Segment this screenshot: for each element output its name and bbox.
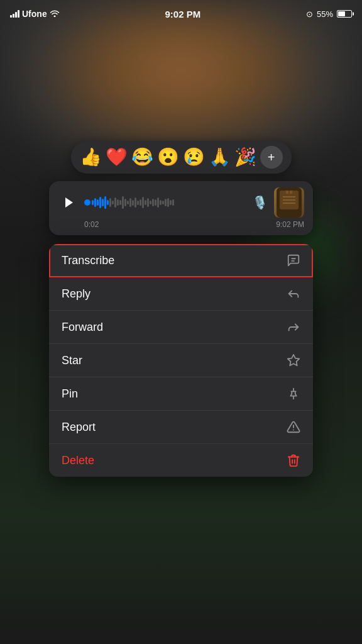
svg-marker-9 <box>288 355 299 365</box>
voice-message-bubble: 🎙️ 0:02 9:02 PM <box>49 181 313 235</box>
chat-bubble-icon <box>287 253 300 267</box>
waveform-dot <box>84 199 90 206</box>
menu-item-delete[interactable]: Delete <box>49 444 313 477</box>
w-bar <box>145 200 146 205</box>
signal-bar-4 <box>18 10 19 18</box>
emoji-heart[interactable]: ❤️ <box>106 148 128 166</box>
emoji-cry[interactable]: 😢 <box>183 148 205 166</box>
w-bar <box>114 197 116 208</box>
menu-item-report-label: Report <box>62 421 96 434</box>
w-bar <box>147 198 149 207</box>
carrier-name: Ufone <box>22 9 47 19</box>
w-bar <box>137 201 139 205</box>
status-right: ⊙ 55% <box>306 9 352 19</box>
emoji-wow[interactable]: 😮 <box>157 148 179 166</box>
signal-bar-1 <box>10 15 12 18</box>
voice-row: 🎙️ <box>58 187 304 218</box>
w-bar <box>170 200 172 205</box>
signal-bar-3 <box>15 12 17 18</box>
menu-item-reply[interactable]: Reply <box>49 277 313 311</box>
w-bar <box>140 199 141 206</box>
status-left: Ufone <box>10 9 60 19</box>
w-bar <box>107 200 109 205</box>
voice-timestamp: 9:02 PM <box>276 220 304 229</box>
w-bar <box>150 201 151 204</box>
context-menu: Transcribe Reply Forward Star <box>49 244 313 477</box>
battery-percent: 55% <box>317 9 333 19</box>
emoji-more-button[interactable]: + <box>260 146 283 169</box>
w-bar <box>167 198 169 207</box>
forward-icon <box>287 320 300 334</box>
voice-meta: 0:02 9:02 PM <box>58 220 304 229</box>
w-bar <box>152 199 154 206</box>
w-bar <box>117 199 119 206</box>
w-bar <box>122 196 124 209</box>
play-button[interactable] <box>58 192 78 213</box>
w-bar <box>119 200 121 205</box>
w-bar <box>127 201 129 204</box>
w-bar <box>132 200 134 206</box>
play-triangle-icon <box>65 197 73 208</box>
signal-bars <box>10 10 19 18</box>
w-bar <box>112 201 114 204</box>
battery-icon <box>337 10 352 18</box>
w-bar <box>129 198 131 207</box>
menu-item-pin[interactable]: Pin <box>49 377 313 411</box>
menu-item-reply-label: Reply <box>62 287 90 301</box>
w-bar <box>172 199 174 206</box>
w-bar <box>157 197 159 208</box>
signal-bar-2 <box>13 14 14 18</box>
emoji-party[interactable]: 🎉 <box>234 148 256 166</box>
menu-item-forward[interactable]: Forward <box>49 311 313 344</box>
w-bar <box>142 197 144 208</box>
menu-item-star-label: Star <box>62 354 82 367</box>
w-bar <box>134 197 136 208</box>
emoji-thumbsup[interactable]: 👍 <box>80 148 102 166</box>
menu-item-pin-label: Pin <box>62 387 78 401</box>
menu-item-report[interactable]: Report <box>49 411 313 444</box>
w-bar <box>97 199 99 206</box>
w-bar <box>160 200 162 205</box>
voice-duration: 0:02 <box>84 220 99 229</box>
waveform-container: 🎙️ <box>84 194 268 211</box>
mic-icon: 🎙️ <box>252 195 268 210</box>
pin-icon <box>287 387 300 401</box>
emoji-reaction-bar[interactable]: 👍 ❤️ 😂 😮 😢 🙏 🎉 + <box>71 141 292 174</box>
battery-container <box>337 10 352 18</box>
emoji-laugh[interactable]: 😂 <box>131 148 153 166</box>
w-bar <box>109 198 111 207</box>
trash-icon <box>287 453 300 467</box>
w-bar <box>165 199 167 206</box>
svg-rect-6 <box>290 191 292 194</box>
w-bar <box>102 199 104 206</box>
w-bar <box>92 200 94 205</box>
battery-fill <box>338 11 345 16</box>
menu-item-star[interactable]: Star <box>49 344 313 377</box>
location-icon: ⊙ <box>306 9 313 19</box>
status-bar: Ufone 9:02 PM ⊙ 55% <box>0 0 362 28</box>
menu-item-delete-label: Delete <box>62 454 94 467</box>
sender-avatar <box>274 187 304 218</box>
waveform-bars <box>92 194 251 211</box>
emoji-pray[interactable]: 🙏 <box>209 148 231 166</box>
main-content: 👍 ❤️ 😂 😮 😢 🙏 🎉 + <box>0 28 362 644</box>
star-icon <box>287 353 300 367</box>
w-bar <box>155 199 156 206</box>
w-bar <box>99 197 101 208</box>
wifi-icon <box>50 9 60 19</box>
w-bar <box>124 199 126 206</box>
menu-item-transcribe-label: Transcribe <box>62 254 114 267</box>
report-icon <box>287 420 300 434</box>
w-bar <box>162 201 164 204</box>
menu-item-forward-label: Forward <box>62 321 103 334</box>
svg-rect-5 <box>286 191 288 194</box>
menu-item-transcribe[interactable]: Transcribe <box>49 244 313 277</box>
reply-icon <box>287 287 300 301</box>
w-bar <box>104 196 106 209</box>
w-bar <box>94 198 96 207</box>
status-time: 9:02 PM <box>165 9 200 19</box>
